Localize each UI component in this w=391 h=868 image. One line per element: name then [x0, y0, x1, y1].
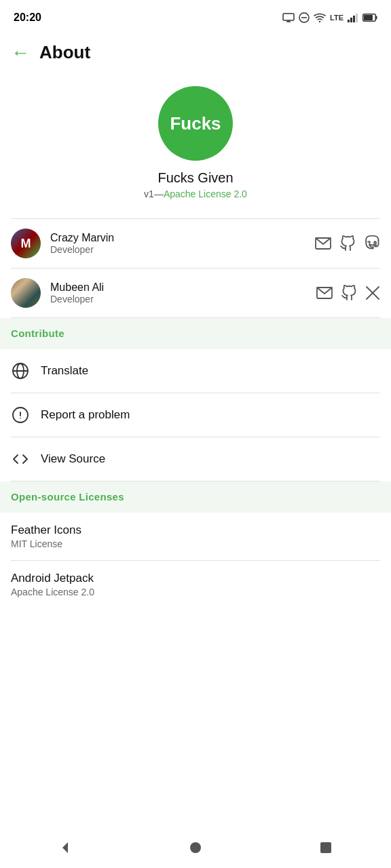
view-source-item[interactable]: View Source: [0, 437, 391, 481]
translate-item[interactable]: Translate: [0, 349, 391, 393]
github-icon-1[interactable]: [339, 235, 356, 252]
dnd-icon: [299, 12, 310, 23]
app-name: Fucks Given: [157, 170, 233, 186]
avatar-letter-m: M: [21, 237, 31, 251]
alert-circle-icon: [11, 406, 30, 425]
app-info-section: Fucks Fucks Given v1—Apache License 2.0: [0, 73, 391, 218]
email-icon-1[interactable]: [315, 237, 331, 250]
svg-rect-7: [350, 18, 352, 22]
app-version: v1—Apache License 2.0: [144, 189, 247, 199]
svg-rect-9: [356, 14, 358, 22]
status-bar: 20:20 LTE: [0, 0, 391, 35]
tv-icon: [282, 13, 295, 22]
license-type-2: Apache License 2.0: [11, 587, 380, 597]
svg-point-22: [20, 418, 21, 419]
nav-recent-button[interactable]: [312, 834, 339, 861]
signal-icon: [348, 13, 358, 22]
dev-name-1: Crazy Marvin: [50, 232, 315, 244]
version-prefix: v1—: [144, 189, 164, 199]
report-problem-item[interactable]: Report a problem: [0, 393, 391, 437]
license-android-jetpack: Android Jetpack Apache License 2.0: [0, 561, 391, 608]
dev-info-crazy-marvin: Crazy Marvin Developer: [50, 232, 315, 255]
contribute-title: Contribute: [11, 328, 64, 339]
view-source-label: View Source: [41, 452, 105, 466]
license-link[interactable]: Apache License 2.0: [164, 189, 247, 199]
developer-row-crazy-marvin: M Crazy Marvin Developer: [0, 219, 391, 268]
mastodon-icon-1[interactable]: [364, 235, 380, 252]
nav-home-button[interactable]: [182, 834, 209, 861]
dev-name-2: Mubeen Ali: [50, 281, 316, 294]
nav-recent-icon: [320, 842, 332, 854]
app-logo: Fucks: [158, 86, 233, 161]
svg-rect-0: [283, 14, 294, 20]
svg-marker-23: [62, 842, 68, 853]
license-feather-icons: Feather Icons MIT License: [0, 513, 391, 560]
svg-point-5: [319, 21, 320, 22]
report-label: Report a problem: [41, 408, 130, 422]
globe-icon: [11, 361, 30, 380]
header: ← About: [0, 35, 391, 73]
page-title: About: [39, 42, 90, 63]
license-name-2: Android Jetpack: [11, 572, 380, 585]
lte-icon: LTE: [330, 14, 343, 22]
bottom-spacer: [0, 608, 391, 663]
avatar-img-mubeen: [11, 278, 41, 308]
avatar-mubeen-ali: [11, 278, 41, 308]
licenses-section-header: Open-source Licenses: [0, 481, 391, 513]
back-button[interactable]: ←: [11, 43, 30, 62]
wifi-icon: [314, 13, 326, 22]
dev-role-2: Developer: [50, 294, 316, 304]
svg-rect-8: [353, 16, 355, 22]
translate-label: Translate: [41, 364, 88, 378]
license-name-1: Feather Icons: [11, 524, 380, 537]
twitter-x-icon-2[interactable]: [365, 285, 380, 300]
svg-rect-12: [364, 15, 373, 20]
license-type-1: MIT License: [11, 538, 380, 549]
status-icons: LTE: [282, 12, 377, 23]
bottom-nav: [0, 827, 391, 868]
dev-actions-2: [316, 285, 380, 301]
svg-rect-25: [320, 842, 331, 853]
nav-home-icon: [189, 842, 202, 854]
github-icon-2[interactable]: [341, 285, 357, 301]
avatar-crazy-marvin: M: [11, 229, 41, 258]
dev-info-mubeen: Mubeen Ali Developer: [50, 281, 316, 304]
nav-back-button[interactable]: [52, 834, 79, 861]
nav-back-icon: [58, 841, 72, 854]
developer-row-mubeen-ali: Mubeen Ali Developer: [0, 269, 391, 317]
status-time: 20:20: [14, 12, 41, 24]
svg-rect-6: [348, 20, 350, 22]
app-logo-text: Fucks: [170, 113, 221, 134]
dev-actions-1: [315, 235, 380, 252]
svg-rect-11: [376, 16, 377, 20]
contribute-section-header: Contribute: [0, 318, 391, 349]
licenses-title: Open-source Licenses: [11, 491, 124, 502]
battery-icon: [362, 14, 377, 22]
dev-role-1: Developer: [50, 244, 315, 255]
svg-point-24: [190, 842, 201, 853]
email-icon-2[interactable]: [316, 287, 333, 299]
code-icon: [11, 450, 30, 469]
